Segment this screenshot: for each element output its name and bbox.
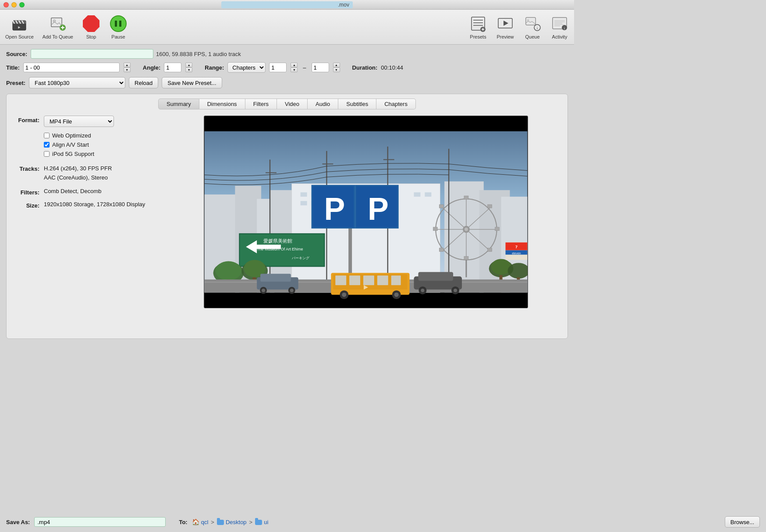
size-row: Size: 1920x1080 Storage, 1728x1080 Displ… bbox=[11, 201, 195, 209]
svg-point-124 bbox=[454, 289, 457, 292]
angle-label: Angle: bbox=[143, 64, 160, 71]
svg-rect-47 bbox=[301, 192, 307, 197]
svg-rect-65 bbox=[464, 257, 468, 260]
tab-subtitles[interactable]: Subtitles bbox=[338, 99, 376, 109]
queue-button[interactable]: i Queue bbox=[523, 14, 542, 39]
summary-content: Format: MP4 File MKV File Web Optimized … bbox=[11, 116, 563, 308]
size-label: Size: bbox=[11, 201, 39, 209]
presets-button[interactable]: Presets bbox=[469, 14, 487, 39]
stop-button[interactable]: Stop bbox=[82, 14, 100, 39]
angle-up-button[interactable]: ▲ bbox=[185, 63, 192, 67]
minimize-button[interactable] bbox=[11, 2, 17, 7]
svg-point-122 bbox=[421, 289, 424, 292]
pause-button[interactable]: Pause bbox=[109, 14, 128, 39]
preset-select[interactable]: Fast 1080p30 HQ 1080p30 Surround Super H… bbox=[29, 77, 125, 88]
title-up-button[interactable]: ▲ bbox=[124, 63, 131, 67]
presets-label: Presets bbox=[470, 34, 486, 39]
add-to-queue-button[interactable]: Add To Queue bbox=[43, 14, 73, 39]
svg-rect-68 bbox=[439, 204, 443, 208]
svg-text:パーキング: パーキング bbox=[291, 256, 310, 260]
filters-row: Filters: Comb Detect, Decomb bbox=[11, 188, 195, 196]
angle-input[interactable] bbox=[164, 63, 181, 72]
align-av-checkbox[interactable] bbox=[44, 142, 50, 148]
pause-icon bbox=[109, 14, 128, 33]
range-start-down[interactable]: ▼ bbox=[291, 67, 298, 72]
save-new-preset-button[interactable]: Save New Preset... bbox=[162, 77, 222, 88]
range-start-up[interactable]: ▲ bbox=[291, 63, 298, 67]
svg-rect-120 bbox=[418, 272, 453, 281]
angle-stepper[interactable]: ▲ ▼ bbox=[185, 63, 192, 72]
add-queue-icon bbox=[49, 14, 67, 33]
stop-icon bbox=[82, 14, 100, 33]
maximize-button[interactable] bbox=[19, 2, 25, 7]
svg-point-96 bbox=[216, 261, 242, 280]
close-button[interactable] bbox=[4, 2, 9, 7]
svg-rect-70 bbox=[439, 248, 443, 252]
pause-label: Pause bbox=[111, 34, 125, 39]
svg-text:▶: ▶ bbox=[18, 25, 21, 29]
activity-icon: i bbox=[550, 14, 569, 33]
svg-rect-67 bbox=[495, 227, 500, 231]
open-source-button[interactable]: ▶ Open Source bbox=[5, 14, 34, 39]
format-row: Format: MP4 File MKV File bbox=[11, 116, 195, 127]
range-start-input[interactable] bbox=[269, 63, 287, 72]
svg-text:P: P bbox=[324, 191, 345, 226]
duration-value: 00:10:44 bbox=[381, 64, 403, 71]
svg-rect-126 bbox=[260, 274, 291, 282]
tab-dimensions[interactable]: Dimensions bbox=[199, 99, 245, 109]
title-down-button[interactable]: ▼ bbox=[124, 67, 131, 72]
source-input[interactable] bbox=[31, 49, 153, 59]
svg-text:eleven: eleven bbox=[512, 252, 521, 255]
activity-button[interactable]: i Activity bbox=[550, 14, 569, 39]
svg-rect-8 bbox=[51, 18, 62, 27]
tabs-bar: Summary Dimensions Filters Video Audio S… bbox=[11, 99, 563, 109]
preview-button[interactable]: Preview bbox=[496, 14, 514, 39]
tab-filters[interactable]: Filters bbox=[245, 99, 277, 109]
svg-text:P: P bbox=[368, 191, 389, 226]
filters-value: Comb Detect, Decomb bbox=[44, 188, 102, 194]
range-label: Range: bbox=[205, 64, 224, 71]
size-value: 1920x1080 Storage, 1728x1080 Display bbox=[44, 201, 145, 208]
tab-summary[interactable]: Summary bbox=[158, 99, 199, 109]
range-end-up[interactable]: ▲ bbox=[333, 63, 340, 67]
align-av-row: Align A/V Start bbox=[44, 141, 195, 148]
svg-text:The Museum Of Art Ehime: The Museum Of Art Ehime bbox=[257, 247, 303, 251]
duration-label: Duration: bbox=[352, 64, 378, 71]
svg-rect-113 bbox=[377, 275, 388, 285]
svg-marker-21 bbox=[504, 21, 508, 26]
title-label: Title: bbox=[6, 64, 20, 71]
ipod-checkbox[interactable] bbox=[44, 151, 50, 157]
range-end-input[interactable] bbox=[312, 63, 329, 72]
svg-rect-111 bbox=[349, 275, 360, 285]
tabs-panel: Summary Dimensions Filters Video Audio S… bbox=[6, 94, 568, 339]
range-start-stepper[interactable]: ▲ ▼ bbox=[291, 63, 298, 72]
reload-button[interactable]: Reload bbox=[129, 77, 158, 88]
tab-video[interactable]: Video bbox=[277, 99, 308, 109]
svg-rect-69 bbox=[488, 248, 492, 252]
tab-chapters[interactable]: Chapters bbox=[376, 99, 416, 109]
svg-rect-64 bbox=[464, 196, 468, 199]
range-end-down[interactable]: ▼ bbox=[333, 67, 340, 72]
clapperboard-icon: ▶ bbox=[10, 14, 28, 33]
title-input[interactable] bbox=[23, 63, 120, 72]
filters-label: Filters: bbox=[11, 188, 39, 196]
format-select[interactable]: MP4 File MKV File bbox=[44, 116, 114, 127]
tracks-value: H.264 (x264), 30 FPS PFR AAC (CoreAudio)… bbox=[44, 164, 112, 183]
angle-down-button[interactable]: ▼ bbox=[185, 67, 192, 72]
tracks-label: Tracks: bbox=[11, 164, 39, 172]
title-stepper[interactable]: ▲ ▼ bbox=[124, 63, 131, 72]
range-end-stepper[interactable]: ▲ ▼ bbox=[333, 63, 340, 72]
web-optimized-checkbox[interactable] bbox=[44, 133, 50, 138]
svg-rect-112 bbox=[363, 275, 374, 285]
svg-text:7: 7 bbox=[515, 245, 518, 249]
add-queue-label: Add To Queue bbox=[43, 34, 73, 39]
summary-left: Format: MP4 File MKV File Web Optimized … bbox=[11, 116, 195, 308]
range-select[interactable]: Chapters Seconds Frames bbox=[227, 62, 266, 73]
title-settings-row: Title: ▲ ▼ Angle: ▲ ▼ Range: Chapters Se… bbox=[6, 62, 568, 73]
tab-audio[interactable]: Audio bbox=[308, 99, 338, 109]
toolbar: ▶ Open Source Add To Queue bbox=[0, 10, 574, 45]
preset-label: Preset: bbox=[6, 80, 25, 86]
svg-text:愛媛県美術館: 愛媛県美術館 bbox=[263, 238, 292, 243]
source-label: Source: bbox=[6, 51, 28, 57]
ipod-label: iPod 5G Support bbox=[52, 151, 94, 157]
